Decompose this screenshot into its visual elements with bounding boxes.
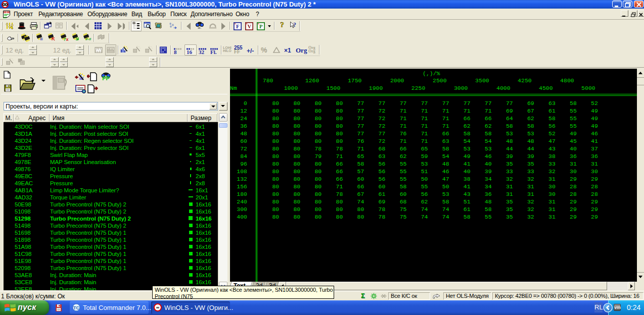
svg-text:ia: ia xyxy=(79,77,82,80)
svg-text:∞: ∞ xyxy=(156,305,160,310)
svg-text:PP: PP xyxy=(102,75,110,81)
svg-text:TC: TC xyxy=(73,305,79,310)
svg-text:?: ? xyxy=(280,21,284,29)
svg-text:V: V xyxy=(247,24,251,29)
svg-text:P: P xyxy=(259,24,263,29)
svg-text:ioi..: ioi.. xyxy=(198,27,201,29)
svg-text:F: F xyxy=(236,24,240,29)
